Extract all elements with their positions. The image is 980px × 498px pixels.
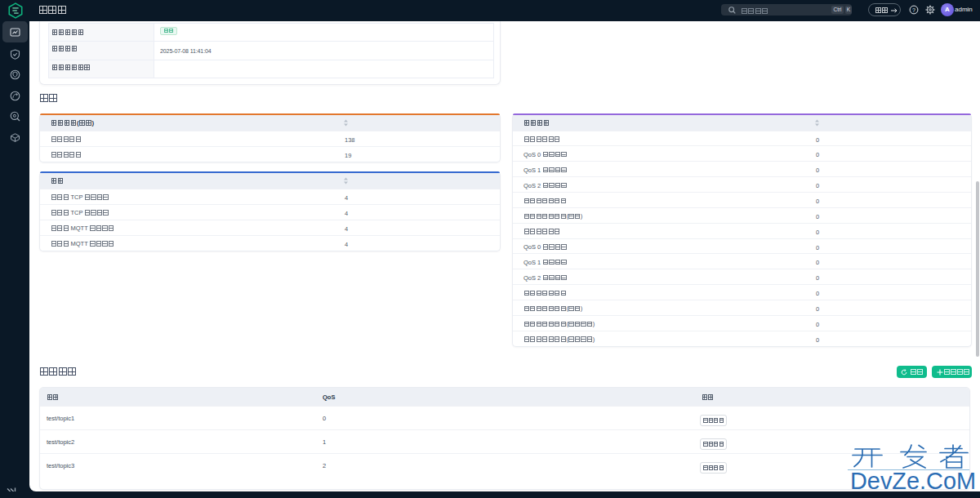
svg-text:DevZe.CoM: DevZe.CoM bbox=[850, 467, 976, 492]
svg-text:?: ? bbox=[912, 7, 915, 13]
